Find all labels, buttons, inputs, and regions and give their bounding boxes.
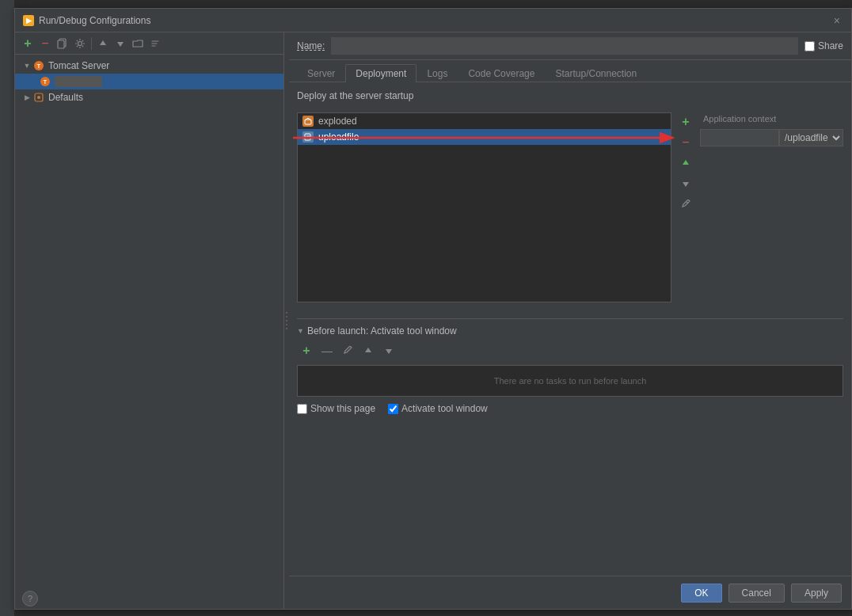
tab-server[interactable]: Server xyxy=(297,64,345,82)
dialog-title-text: Run/Debug Configurations xyxy=(39,15,150,26)
share-checkbox[interactable] xyxy=(804,41,815,51)
config-toolbar: + − xyxy=(15,32,283,55)
ide-left-strip xyxy=(0,0,14,616)
help-button[interactable]: ? xyxy=(22,591,38,606)
deployment-list: exploded uploadfile xyxy=(297,112,671,302)
app-context-row: /uploadfile xyxy=(700,128,843,147)
before-launch-up-icon xyxy=(363,346,373,356)
settings-icon xyxy=(74,38,86,49)
deploy-item-exploded[interactable]: exploded xyxy=(298,113,671,129)
settings-config-button[interactable] xyxy=(72,36,88,51)
deploy-item-uploadfile[interactable]: uploadfile xyxy=(298,129,671,145)
before-launch-down-icon xyxy=(384,346,394,356)
tree-group-tomcat[interactable]: ▼ T Tomcat Server xyxy=(15,58,283,74)
deploy-down-button[interactable] xyxy=(676,174,695,193)
activate-window-checkbox[interactable] xyxy=(388,404,398,414)
tree-item-defaults[interactable]: ▶ Defaults xyxy=(15,89,283,105)
tabs-bar: Server Deployment Logs Code Coverage Sta… xyxy=(289,60,851,82)
deploy-up-button[interactable] xyxy=(676,154,695,173)
defaults-label: Defaults xyxy=(48,92,83,103)
before-launch-up-button[interactable] xyxy=(359,341,378,360)
tab-startup-connection[interactable]: Startup/Connection xyxy=(545,64,647,82)
before-launch-down-button[interactable] xyxy=(379,341,398,360)
before-launch-options: Show this page Activate tool window xyxy=(297,403,843,414)
run-debug-dialog: ▶ Run/Debug Configurations × + − xyxy=(14,8,852,610)
app-context-header: Application context xyxy=(700,112,843,125)
tomcat-server-icon: T xyxy=(33,60,44,71)
remove-config-button[interactable]: − xyxy=(37,36,53,51)
activate-window-checkbox-label[interactable]: Activate tool window xyxy=(388,403,488,414)
folder-button[interactable] xyxy=(130,36,146,51)
show-page-checkbox-label[interactable]: Show this page xyxy=(297,403,375,414)
apply-button[interactable]: Apply xyxy=(791,584,842,603)
dialog-body: + − xyxy=(15,32,851,609)
deploy-down-icon xyxy=(681,179,690,188)
dialog-titlebar: ▶ Run/Debug Configurations × xyxy=(15,9,851,32)
copy-config-button[interactable] xyxy=(55,36,70,51)
deploy-remove-button[interactable]: − xyxy=(676,133,695,152)
svg-rect-10 xyxy=(305,134,310,140)
deployment-area: exploded uploadfile xyxy=(297,112,843,302)
resize-dots xyxy=(286,312,287,329)
right-panel: Name: Share Server Deployment Logs xyxy=(289,32,851,609)
tab-logs[interactable]: Logs xyxy=(416,64,458,82)
name-field-label: Name: xyxy=(297,40,325,51)
copy-icon xyxy=(57,38,68,49)
svg-text:T: T xyxy=(37,63,41,69)
before-launch-arrow-icon: ▼ xyxy=(297,327,304,335)
name-input[interactable] xyxy=(331,37,798,55)
show-page-label: Show this page xyxy=(310,403,375,414)
before-launch-add-button[interactable]: + xyxy=(297,341,316,360)
deploy-edit-button[interactable] xyxy=(676,195,695,214)
share-checkbox-container: Share xyxy=(804,40,843,51)
app-context-input[interactable] xyxy=(700,129,779,146)
add-config-button[interactable]: + xyxy=(20,36,36,51)
activate-window-label: Activate tool window xyxy=(401,403,488,414)
deploy-edit-icon xyxy=(681,200,690,209)
tomcat-group-label: Tomcat Server xyxy=(48,60,109,71)
deploy-section-header: Deploy at the server startup xyxy=(297,90,843,101)
before-launch-header[interactable]: ▼ Before launch: Activate tool window xyxy=(297,325,843,337)
dialog-footer: OK Cancel Apply xyxy=(289,576,851,609)
tab-code-coverage[interactable]: Code Coverage xyxy=(458,64,545,82)
uploadfile-icon xyxy=(302,131,314,143)
move-up-button[interactable] xyxy=(95,36,111,51)
before-launch-section: ▼ Before launch: Activate tool window + … xyxy=(297,318,843,414)
show-page-checkbox[interactable] xyxy=(297,404,307,414)
before-launch-empty-text: There are no tasks to run before launch xyxy=(494,376,647,386)
app-context-dropdown[interactable]: /uploadfile xyxy=(779,129,843,146)
tab-deployment[interactable]: Deployment xyxy=(345,64,416,82)
deploy-side-buttons: + − xyxy=(676,112,695,302)
before-launch-edit-icon xyxy=(343,346,352,356)
tree-item-tomcat[interactable]: T xyxy=(15,74,283,89)
app-context-column: Application context /uploadfile xyxy=(700,112,843,302)
deploy-up-icon xyxy=(681,158,690,168)
svg-point-8 xyxy=(37,96,40,99)
before-launch-toolbar: + — xyxy=(297,341,843,360)
tomcat-config-icon: T xyxy=(40,76,51,87)
sort-button[interactable] xyxy=(147,36,163,51)
close-button[interactable]: × xyxy=(831,14,843,27)
move-down-button[interactable] xyxy=(112,36,128,51)
svg-rect-9 xyxy=(305,120,311,124)
cancel-button[interactable]: Cancel xyxy=(728,584,785,603)
left-panel: + − xyxy=(15,32,284,609)
folder-icon xyxy=(132,39,143,48)
deploy-item-exploded-label: exploded xyxy=(318,116,357,127)
ok-button[interactable]: OK xyxy=(681,584,721,603)
dialog-title: ▶ Run/Debug Configurations xyxy=(23,15,150,26)
before-launch-remove-button[interactable]: — xyxy=(318,341,337,360)
deploy-add-button[interactable]: + xyxy=(676,112,695,131)
tree-arrow-tomcat: ▼ xyxy=(21,60,32,71)
share-checkbox-label: Share xyxy=(818,40,843,51)
before-launch-edit-button[interactable] xyxy=(338,341,357,360)
tree-arrow-defaults: ▶ xyxy=(21,92,32,103)
svg-point-2 xyxy=(78,41,82,45)
before-launch-header-text: Before launch: Activate tool window xyxy=(307,325,457,337)
tomcat-item-icon: T xyxy=(39,75,51,88)
toolbar-separator-1 xyxy=(91,37,92,50)
svg-text:T: T xyxy=(44,79,48,85)
dialog-title-icon: ▶ xyxy=(23,15,34,26)
config-tree: ▼ T Tomcat Server T xyxy=(15,55,283,609)
before-launch-list: There are no tasks to run before launch xyxy=(297,365,843,397)
